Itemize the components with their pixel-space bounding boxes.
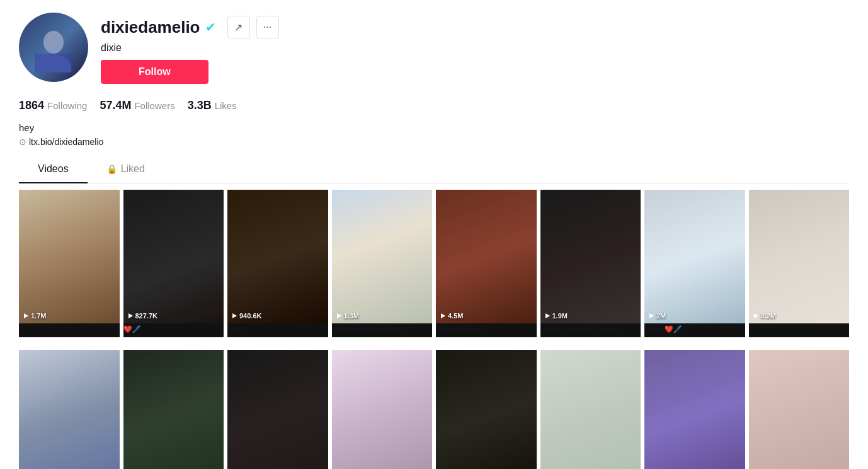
- video-item[interactable]: 14.9M 🎀: [436, 350, 537, 469]
- video-item[interactable]: 827.7K ❤️🖊️: [123, 190, 224, 338]
- profile-section: dixiedamelio ✔ ↗ ··· dixie Follow: [0, 0, 868, 90]
- followers-label: Followers: [134, 100, 174, 111]
- tab-videos[interactable]: Videos: [19, 156, 88, 183]
- likes-label: Likes: [215, 100, 237, 111]
- play-icon: 4.5M: [440, 312, 463, 320]
- play-icon: 1.9M: [544, 312, 568, 320]
- following-label: Following: [47, 100, 87, 111]
- view-count: 827.7K: [135, 312, 157, 320]
- handle: dixie: [101, 42, 849, 54]
- view-count: 1.3M: [344, 312, 359, 320]
- video-caption: ❤️🖊️: [123, 323, 224, 337]
- video-item[interactable]: 1.7M: [19, 190, 120, 338]
- view-count: 1.9M: [552, 312, 568, 320]
- verified-badge: ✔: [205, 20, 216, 35]
- video-caption: redoing my music space ...: [540, 323, 641, 337]
- play-icon: 940.6K: [231, 312, 261, 320]
- video-thumbnail: 3.2M: [749, 190, 850, 324]
- followers-count: 57.4M: [100, 99, 131, 112]
- profile-link[interactable]: ltx.bio/dixiedamelio: [29, 137, 103, 147]
- view-count: 1.7M: [31, 312, 46, 320]
- video-thumbnail: 1.7M: [19, 190, 120, 324]
- bio-text: hey: [19, 122, 849, 133]
- video-thumbnail: 2M: [644, 190, 745, 324]
- likes-stat: 3.3B Likes: [188, 99, 237, 112]
- svg-marker-10: [754, 313, 758, 318]
- video-item[interactable]: 4.5M @charlidamelio: [436, 190, 537, 338]
- video-thumbnail: 940.6K: [227, 190, 328, 324]
- video-thumbnail: 1.3M: [332, 190, 433, 324]
- svg-rect-2: [35, 54, 72, 72]
- profile-info: dixiedamelio ✔ ↗ ··· dixie Follow: [101, 13, 849, 84]
- svg-point-0: [43, 31, 64, 54]
- bio-section: hey ⊙ ltx.bio/dixiedamelio: [0, 117, 868, 149]
- video-item[interactable]: 9.9M @ktifford: [19, 350, 120, 469]
- play-icon: 1.7M: [23, 312, 46, 320]
- svg-marker-8: [545, 313, 550, 318]
- play-icon: 1.3M: [336, 312, 359, 320]
- svg-marker-6: [337, 313, 341, 318]
- tab-liked[interactable]: 🔒 Liked: [88, 156, 164, 183]
- video-item[interactable]: 1.9M redoing my music space ...: [540, 190, 641, 338]
- more-button[interactable]: ···: [256, 16, 279, 38]
- video-thumbnail: 3.6M: [123, 350, 224, 469]
- video-caption: @charlidamelio: [436, 323, 537, 337]
- video-thumbnail: 14.9M: [436, 350, 537, 469]
- video-thumbnail: 3.9M: [540, 350, 641, 469]
- link-row: ⊙ ltx.bio/dixiedamelio: [19, 137, 849, 147]
- video-item[interactable]: 3.6M @ktifford: [123, 350, 224, 469]
- video-item[interactable]: 3.9M ✨❤️ @Valentino.Beauty ...: [540, 350, 641, 469]
- following-count: 1864: [19, 99, 44, 112]
- view-count: 3.2M: [761, 312, 776, 320]
- video-thumbnail: 1.9M: [540, 190, 641, 324]
- username: dixiedamelio: [101, 18, 200, 37]
- play-icon: 2M: [648, 312, 666, 320]
- video-thumbnail: 9.9M: [19, 350, 120, 469]
- view-count: 940.6K: [239, 312, 261, 320]
- stats-row: 1864 Following 57.4M Followers 3.3B Like…: [0, 99, 868, 112]
- view-count: 4.5M: [448, 312, 463, 320]
- video-thumbnail: 21.8M: [332, 350, 433, 469]
- action-icons: ↗ ···: [227, 16, 279, 38]
- play-icon: 3.2M: [753, 312, 776, 320]
- username-row: dixiedamelio ✔ ↗ ···: [101, 16, 849, 38]
- tab-videos-label: Videos: [38, 163, 69, 175]
- lock-icon: 🔒: [106, 164, 117, 174]
- view-count: 2M: [656, 312, 666, 320]
- svg-marker-9: [649, 313, 654, 318]
- video-item[interactable]: 2M vegas ❤️🖊️: [644, 190, 745, 338]
- video-caption: vegas ❤️🖊️: [644, 323, 745, 337]
- video-item[interactable]: 4.3M #socialtouristcofounder ...: [227, 350, 328, 469]
- following-stat: 1864 Following: [19, 99, 87, 112]
- avatar: [19, 13, 88, 82]
- video-item[interactable]: 21.8M im moving out 😭😭😭 ...: [332, 350, 433, 469]
- svg-marker-3: [24, 313, 28, 318]
- tab-liked-label: Liked: [121, 163, 145, 175]
- video-caption: #socialtouristcofounder ...: [332, 323, 433, 337]
- follow-button[interactable]: Follow: [101, 60, 208, 84]
- video-thumbnail: 5.6M: [644, 350, 745, 469]
- video-thumbnail: 4.5M: [436, 190, 537, 324]
- videos-grid-row1: 1.7M 827.7K ❤️🖊️ 940.6K loop?: [0, 183, 868, 344]
- svg-marker-5: [232, 313, 237, 318]
- video-item[interactable]: 6.4M 😂😂😂: [749, 350, 850, 469]
- video-thumbnail: 4.3M: [227, 350, 328, 469]
- likes-count: 3.3B: [188, 99, 212, 112]
- video-thumbnail: 827.7K: [123, 190, 224, 324]
- tabs-row: Videos 🔒 Liked: [19, 156, 849, 183]
- svg-marker-7: [441, 313, 445, 318]
- video-item[interactable]: 1.3M #socialtouristcofounder ...: [332, 190, 433, 338]
- videos-grid-row2: 9.9M @ktifford 3.6M @ktifford 4.3M #soci…: [0, 344, 868, 469]
- play-icon: 827.7K: [127, 312, 157, 320]
- link-icon: ⊙: [19, 137, 26, 147]
- video-caption: loop?: [227, 323, 328, 337]
- video-item[interactable]: 940.6K loop?: [227, 190, 328, 338]
- svg-marker-4: [128, 313, 133, 318]
- video-item[interactable]: 5.6M 👑👑👑: [644, 350, 745, 469]
- followers-stat: 57.4M Followers: [100, 99, 174, 112]
- share-button[interactable]: ↗: [227, 16, 250, 38]
- video-item[interactable]: 3.2M: [749, 190, 850, 338]
- video-thumbnail: 6.4M: [749, 350, 850, 469]
